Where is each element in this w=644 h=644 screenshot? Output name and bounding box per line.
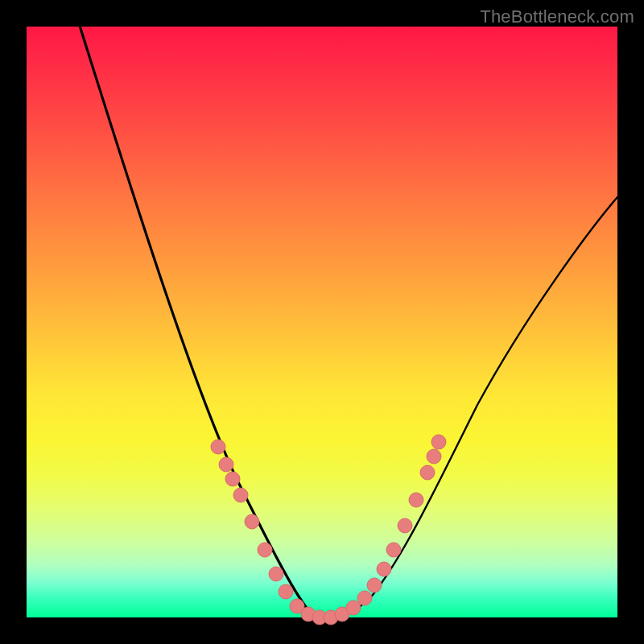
data-marker xyxy=(377,562,391,576)
data-marker xyxy=(233,488,248,502)
curve-right xyxy=(328,192,622,617)
chart-svg xyxy=(27,27,617,617)
data-marker xyxy=(409,493,423,507)
watermark-text: TheBottleneck.com xyxy=(480,6,634,27)
data-marker xyxy=(431,435,446,449)
data-marker xyxy=(367,578,382,592)
data-marker xyxy=(225,472,240,486)
curve-group xyxy=(75,10,622,617)
marker-layer xyxy=(211,435,446,625)
chart-plot-area xyxy=(27,27,617,617)
data-marker xyxy=(420,465,435,480)
chart-frame: TheBottleneck.com xyxy=(0,0,644,644)
data-marker xyxy=(258,543,272,557)
data-marker xyxy=(269,567,283,581)
data-marker xyxy=(219,457,233,472)
curve-left xyxy=(75,10,328,617)
data-marker xyxy=(386,543,401,557)
data-marker xyxy=(357,591,372,605)
data-marker xyxy=(279,584,293,599)
data-marker xyxy=(245,514,259,529)
data-marker xyxy=(211,440,225,454)
data-marker xyxy=(427,449,441,464)
data-marker xyxy=(346,601,361,615)
data-marker xyxy=(398,518,412,533)
